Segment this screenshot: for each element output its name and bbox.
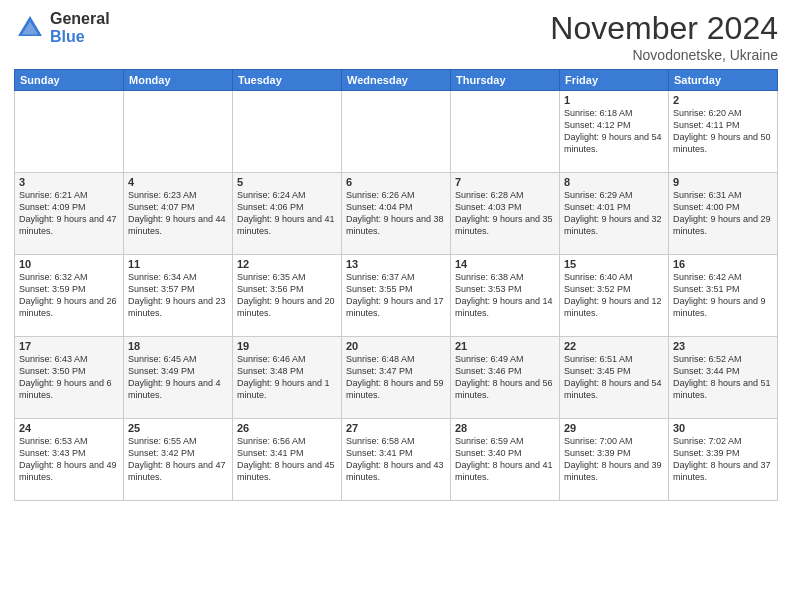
calendar-cell: 9 Sunrise: 6:31 AMSunset: 4:00 PMDayligh…	[669, 173, 778, 255]
calendar-cell	[451, 91, 560, 173]
calendar-cell: 3 Sunrise: 6:21 AMSunset: 4:09 PMDayligh…	[15, 173, 124, 255]
day-number: 13	[346, 258, 446, 270]
day-number: 9	[673, 176, 773, 188]
calendar-cell: 13 Sunrise: 6:37 AMSunset: 3:55 PMDaylig…	[342, 255, 451, 337]
day-info: Sunrise: 6:23 AMSunset: 4:07 PMDaylight:…	[128, 189, 228, 238]
calendar-cell: 20 Sunrise: 6:48 AMSunset: 3:47 PMDaylig…	[342, 337, 451, 419]
day-number: 16	[673, 258, 773, 270]
calendar-cell: 16 Sunrise: 6:42 AMSunset: 3:51 PMDaylig…	[669, 255, 778, 337]
calendar-cell: 30 Sunrise: 7:02 AMSunset: 3:39 PMDaylig…	[669, 419, 778, 501]
day-number: 18	[128, 340, 228, 352]
day-info: Sunrise: 6:31 AMSunset: 4:00 PMDaylight:…	[673, 189, 773, 238]
calendar-cell: 17 Sunrise: 6:43 AMSunset: 3:50 PMDaylig…	[15, 337, 124, 419]
day-number: 12	[237, 258, 337, 270]
day-number: 4	[128, 176, 228, 188]
calendar-cell: 18 Sunrise: 6:45 AMSunset: 3:49 PMDaylig…	[124, 337, 233, 419]
calendar-cell: 22 Sunrise: 6:51 AMSunset: 3:45 PMDaylig…	[560, 337, 669, 419]
day-info: Sunrise: 6:34 AMSunset: 3:57 PMDaylight:…	[128, 271, 228, 320]
calendar-week-5: 24 Sunrise: 6:53 AMSunset: 3:43 PMDaylig…	[15, 419, 778, 501]
day-info: Sunrise: 6:43 AMSunset: 3:50 PMDaylight:…	[19, 353, 119, 402]
calendar-cell: 11 Sunrise: 6:34 AMSunset: 3:57 PMDaylig…	[124, 255, 233, 337]
calendar-cell: 29 Sunrise: 7:00 AMSunset: 3:39 PMDaylig…	[560, 419, 669, 501]
day-info: Sunrise: 6:37 AMSunset: 3:55 PMDaylight:…	[346, 271, 446, 320]
logo: General Blue	[14, 10, 110, 45]
calendar-week-4: 17 Sunrise: 6:43 AMSunset: 3:50 PMDaylig…	[15, 337, 778, 419]
day-number: 6	[346, 176, 446, 188]
day-info: Sunrise: 6:32 AMSunset: 3:59 PMDaylight:…	[19, 271, 119, 320]
day-number: 29	[564, 422, 664, 434]
calendar-cell: 2 Sunrise: 6:20 AMSunset: 4:11 PMDayligh…	[669, 91, 778, 173]
day-info: Sunrise: 6:58 AMSunset: 3:41 PMDaylight:…	[346, 435, 446, 484]
day-info: Sunrise: 6:53 AMSunset: 3:43 PMDaylight:…	[19, 435, 119, 484]
calendar-cell: 14 Sunrise: 6:38 AMSunset: 3:53 PMDaylig…	[451, 255, 560, 337]
calendar-body: 1 Sunrise: 6:18 AMSunset: 4:12 PMDayligh…	[15, 91, 778, 501]
calendar-cell	[233, 91, 342, 173]
day-number: 19	[237, 340, 337, 352]
day-info: Sunrise: 7:02 AMSunset: 3:39 PMDaylight:…	[673, 435, 773, 484]
logo-blue-text: Blue	[50, 28, 110, 46]
day-info: Sunrise: 6:42 AMSunset: 3:51 PMDaylight:…	[673, 271, 773, 320]
title-block: November 2024 Novodonetske, Ukraine	[550, 10, 778, 63]
day-number: 28	[455, 422, 555, 434]
day-number: 24	[19, 422, 119, 434]
day-info: Sunrise: 6:28 AMSunset: 4:03 PMDaylight:…	[455, 189, 555, 238]
day-info: Sunrise: 6:55 AMSunset: 3:42 PMDaylight:…	[128, 435, 228, 484]
col-saturday: Saturday	[669, 70, 778, 91]
calendar-table: Sunday Monday Tuesday Wednesday Thursday…	[14, 69, 778, 501]
col-friday: Friday	[560, 70, 669, 91]
calendar-cell: 25 Sunrise: 6:55 AMSunset: 3:42 PMDaylig…	[124, 419, 233, 501]
day-number: 3	[19, 176, 119, 188]
page: General Blue November 2024 Novodonetske,…	[0, 0, 792, 612]
calendar-cell: 24 Sunrise: 6:53 AMSunset: 3:43 PMDaylig…	[15, 419, 124, 501]
day-info: Sunrise: 6:40 AMSunset: 3:52 PMDaylight:…	[564, 271, 664, 320]
calendar-cell	[15, 91, 124, 173]
day-number: 26	[237, 422, 337, 434]
day-number: 14	[455, 258, 555, 270]
calendar-header: Sunday Monday Tuesday Wednesday Thursday…	[15, 70, 778, 91]
logo-general-text: General	[50, 10, 110, 28]
calendar-cell	[342, 91, 451, 173]
day-number: 21	[455, 340, 555, 352]
day-number: 5	[237, 176, 337, 188]
col-tuesday: Tuesday	[233, 70, 342, 91]
logo-text: General Blue	[50, 10, 110, 45]
calendar-cell: 12 Sunrise: 6:35 AMSunset: 3:56 PMDaylig…	[233, 255, 342, 337]
day-number: 20	[346, 340, 446, 352]
calendar-cell: 15 Sunrise: 6:40 AMSunset: 3:52 PMDaylig…	[560, 255, 669, 337]
calendar-cell: 21 Sunrise: 6:49 AMSunset: 3:46 PMDaylig…	[451, 337, 560, 419]
day-info: Sunrise: 6:35 AMSunset: 3:56 PMDaylight:…	[237, 271, 337, 320]
day-number: 23	[673, 340, 773, 352]
day-info: Sunrise: 6:46 AMSunset: 3:48 PMDaylight:…	[237, 353, 337, 402]
calendar-cell: 7 Sunrise: 6:28 AMSunset: 4:03 PMDayligh…	[451, 173, 560, 255]
header: General Blue November 2024 Novodonetske,…	[14, 10, 778, 63]
calendar-cell: 4 Sunrise: 6:23 AMSunset: 4:07 PMDayligh…	[124, 173, 233, 255]
col-wednesday: Wednesday	[342, 70, 451, 91]
calendar-week-1: 1 Sunrise: 6:18 AMSunset: 4:12 PMDayligh…	[15, 91, 778, 173]
day-info: Sunrise: 6:29 AMSunset: 4:01 PMDaylight:…	[564, 189, 664, 238]
day-number: 27	[346, 422, 446, 434]
day-number: 25	[128, 422, 228, 434]
logo-icon	[14, 12, 46, 44]
day-number: 7	[455, 176, 555, 188]
day-number: 1	[564, 94, 664, 106]
month-title: November 2024	[550, 10, 778, 47]
day-info: Sunrise: 6:38 AMSunset: 3:53 PMDaylight:…	[455, 271, 555, 320]
calendar-cell: 6 Sunrise: 6:26 AMSunset: 4:04 PMDayligh…	[342, 173, 451, 255]
calendar-cell: 19 Sunrise: 6:46 AMSunset: 3:48 PMDaylig…	[233, 337, 342, 419]
calendar-cell: 27 Sunrise: 6:58 AMSunset: 3:41 PMDaylig…	[342, 419, 451, 501]
header-row: Sunday Monday Tuesday Wednesday Thursday…	[15, 70, 778, 91]
calendar-week-3: 10 Sunrise: 6:32 AMSunset: 3:59 PMDaylig…	[15, 255, 778, 337]
day-info: Sunrise: 6:18 AMSunset: 4:12 PMDaylight:…	[564, 107, 664, 156]
day-number: 15	[564, 258, 664, 270]
calendar-week-2: 3 Sunrise: 6:21 AMSunset: 4:09 PMDayligh…	[15, 173, 778, 255]
calendar-cell: 26 Sunrise: 6:56 AMSunset: 3:41 PMDaylig…	[233, 419, 342, 501]
day-info: Sunrise: 6:20 AMSunset: 4:11 PMDaylight:…	[673, 107, 773, 156]
calendar-cell: 5 Sunrise: 6:24 AMSunset: 4:06 PMDayligh…	[233, 173, 342, 255]
calendar-cell: 10 Sunrise: 6:32 AMSunset: 3:59 PMDaylig…	[15, 255, 124, 337]
day-number: 30	[673, 422, 773, 434]
day-info: Sunrise: 6:56 AMSunset: 3:41 PMDaylight:…	[237, 435, 337, 484]
day-info: Sunrise: 6:48 AMSunset: 3:47 PMDaylight:…	[346, 353, 446, 402]
col-thursday: Thursday	[451, 70, 560, 91]
col-monday: Monday	[124, 70, 233, 91]
calendar-cell: 1 Sunrise: 6:18 AMSunset: 4:12 PMDayligh…	[560, 91, 669, 173]
